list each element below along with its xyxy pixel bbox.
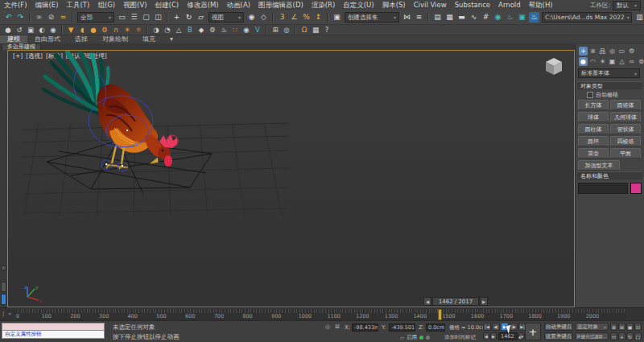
cache-icon[interactable]: ▱	[400, 335, 404, 341]
color-cluster-icon[interactable]: ∷	[230, 26, 240, 35]
exposure-control-icon[interactable]: ◑	[151, 26, 161, 35]
previous-frame-button[interactable]: ◀|	[492, 323, 500, 331]
button-tube[interactable]: 管状体	[610, 124, 641, 134]
point-light-icon[interactable]: ●	[89, 26, 98, 35]
snapshot-icon[interactable]: ▣	[26, 26, 35, 35]
time-slider-playhead[interactable]	[438, 309, 442, 320]
category-cameras[interactable]: ▣	[608, 57, 617, 66]
area-light-icon[interactable]: ∩	[111, 26, 121, 35]
button-pyramid[interactable]: 四棱锥	[610, 136, 641, 146]
spot-light-icon[interactable]: ◖	[77, 26, 87, 35]
toggle-layer-explorer-icon[interactable]: ▦	[444, 12, 455, 23]
panel-tab-hierarchy[interactable]: 品	[598, 47, 607, 56]
material-editor-icon[interactable]: ◉	[493, 12, 503, 23]
key-filters-button[interactable]: 关键点过滤器...	[575, 332, 609, 340]
perspective-viewport[interactable]: [+][透视][标准][默认明暗处理]	[7, 50, 575, 307]
zoom-region-icon[interactable]: ▭	[610, 332, 617, 340]
state-sets-icon[interactable]: ▥	[634, 12, 644, 23]
menu-help[interactable]: 帮助(H)	[525, 1, 557, 10]
maximize-viewport-icon[interactable]: ▢	[634, 332, 642, 340]
tab-polygon-modeling[interactable]: 多边形建模	[2, 43, 41, 50]
menu-civil-view[interactable]: Civil View	[410, 1, 451, 10]
select-and-scale-icon[interactable]: ▱	[196, 12, 206, 23]
category-systems[interactable]: ⊚	[637, 57, 644, 66]
menu-tools[interactable]: 工具(T)	[63, 1, 94, 10]
category-space-warps[interactable]: ≈	[627, 57, 636, 66]
use-pivot-center-icon[interactable]: ◉	[246, 12, 257, 23]
timeline-mode-icon[interactable]: |	[2, 311, 4, 317]
redo-icon[interactable]: ↷	[15, 12, 26, 23]
workspace-dropdown[interactable]: 默认 ▾	[613, 1, 641, 10]
button-textplus[interactable]: 加强型文本	[578, 160, 620, 171]
render-teapot-icon[interactable]: ♨	[219, 26, 229, 35]
menu-create[interactable]: 创建(C)	[151, 1, 184, 10]
reference-coordinate-dropdown[interactable]: 视图▾	[208, 12, 244, 23]
snap-toggle-icon[interactable]: 3	[277, 12, 287, 23]
menu-substance[interactable]: Substance	[451, 1, 494, 10]
notification-bell-icon[interactable]: Ω	[299, 26, 309, 35]
orbit-light-icon[interactable]: ↺	[14, 26, 24, 35]
listener-line[interactable]: 自定义属性按钮	[2, 331, 105, 339]
button-sphere[interactable]: 球体	[578, 112, 609, 122]
undo-icon[interactable]: ↶	[3, 12, 14, 23]
button-plane[interactable]: 平面	[610, 148, 641, 159]
render-production-icon[interactable]: ♨	[529, 12, 539, 23]
panel-tab-modify[interactable]: ≋	[588, 47, 597, 56]
menu-edit[interactable]: 编辑(E)	[31, 1, 63, 10]
menu-graph-editors[interactable]: 图形编辑器(D)	[254, 1, 308, 10]
frame-prev-button[interactable]: ◀	[423, 297, 431, 306]
ribbon-tab-selection[interactable]: 选择	[68, 35, 95, 43]
timeline-key-icon[interactable]: «	[8, 311, 11, 317]
cache-enable-label[interactable]: 启用	[407, 334, 417, 341]
eye-icon[interactable]: ◎	[282, 26, 291, 35]
camera-icon[interactable]: ◐	[37, 26, 47, 35]
panel-toggle-button-active[interactable]	[1, 294, 6, 305]
auto-key-button[interactable]: 自动关键点	[544, 323, 573, 331]
viewcube[interactable]	[542, 54, 566, 78]
zoom-extents-all-icon[interactable]: ⊡	[634, 323, 642, 331]
frame-next-button[interactable]: ▶	[480, 297, 488, 306]
rectangular-selection-region-icon[interactable]: ▢	[141, 12, 151, 23]
align-icon[interactable]: ≡	[414, 12, 424, 23]
select-object-icon[interactable]: ▭	[117, 12, 127, 23]
panel-tab-display[interactable]: ▭	[617, 47, 626, 56]
scene-undo-icon[interactable]: ●	[3, 26, 13, 35]
isolate-selection-icon[interactable]: ◎	[325, 323, 330, 330]
ribbon-tab-object-paint[interactable]: 对象绘制	[95, 35, 135, 43]
select-and-move-icon[interactable]: +	[171, 12, 182, 23]
rendered-frame-window-icon[interactable]: ▣	[517, 12, 527, 23]
mirror-icon[interactable]: ⋈	[402, 12, 412, 23]
menu-views[interactable]: 视图(V)	[119, 1, 151, 10]
select-and-rotate-icon[interactable]: ↻	[184, 12, 194, 23]
select-by-name-icon[interactable]: ☰	[129, 12, 139, 23]
selection-lock-icon[interactable]: ⊠	[335, 323, 340, 330]
menu-scripting[interactable]: 脚本(S)	[378, 1, 410, 10]
add-time-tag[interactable]: 添加时间标记	[444, 334, 476, 341]
dock-handle-button[interactable]	[1, 266, 6, 270]
light-create-icon[interactable]: ▼	[66, 26, 76, 35]
frame-spinner[interactable]: ▲▼	[518, 332, 523, 340]
object-name-field[interactable]	[578, 183, 628, 194]
autogrid-checkbox[interactable]	[587, 92, 593, 98]
object-type-rollout[interactable]: 对象类型	[577, 81, 642, 89]
add-viewport-icon[interactable]: ⊞	[270, 26, 280, 35]
set-keys-button[interactable]: +	[525, 323, 541, 340]
category-shapes[interactable]: ◠	[588, 57, 597, 66]
primitive-category-dropdown[interactable]: 标准基本体 ▾	[578, 68, 640, 78]
zoom-icon[interactable]: ⊕	[610, 323, 617, 331]
sun-light-icon[interactable]: ☀	[122, 26, 132, 35]
unlink-selection-icon[interactable]: ⊘	[46, 12, 56, 23]
batch-render-icon[interactable]: B	[185, 26, 195, 35]
coord-z-field[interactable]: 0.0cm	[426, 323, 445, 332]
schematic-view-icon[interactable]: #	[481, 12, 491, 23]
bind-to-space-warp-icon[interactable]: ≈	[58, 12, 68, 23]
menu-rendering[interactable]: 渲染(R)	[308, 1, 340, 10]
vray-icon[interactable]: V	[253, 26, 262, 35]
ribbon-tab-populate[interactable]: 填充	[135, 35, 163, 43]
arnold-render-icon[interactable]: ◉	[242, 26, 251, 35]
object-color-swatch[interactable]	[630, 183, 642, 194]
menu-arnold[interactable]: Arnold	[494, 1, 525, 10]
film-icon[interactable]: ◉	[48, 26, 58, 35]
panel-tab-motion[interactable]: ◎	[608, 47, 617, 56]
curve-editor-icon[interactable]: ∿	[469, 12, 479, 23]
